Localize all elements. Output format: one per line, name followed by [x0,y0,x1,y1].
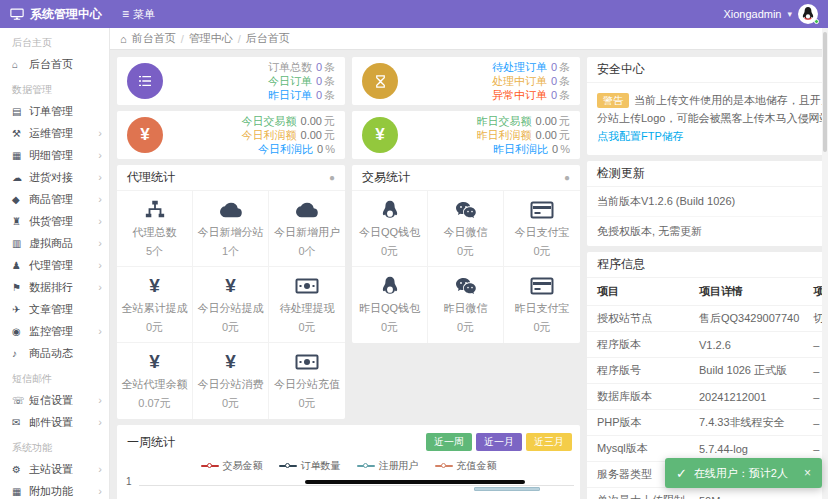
wechat-icon [429,199,502,221]
column-a: 订单总数0条 今日订单0条 昨日订单0条 ¥ 今日交易额0.00元 今日利润额0… [117,57,345,425]
close-icon[interactable]: × [804,466,811,480]
pending-orders-card: 待处理订单0条 处理中订单0条 异常中订单0条 [352,57,580,105]
alipay-today-cell: 今日支付宝 0元 [504,191,580,267]
content: 订单总数0条 今日订单0条 昨日订单0条 ¥ 今日交易额0.00元 今日利润额0… [110,50,828,499]
security-message: 警告当前上传文件使用的是本地储存，且开启了分站上传Logo，可能会被黑客上传木马… [587,83,828,155]
legend-item-recharge-amount[interactable]: 充值金额 [435,459,497,473]
user-menu[interactable]: Xiongadmin ▾ [723,4,828,24]
brand[interactable]: 系统管理中心 [0,6,110,23]
sidebar-item-supply[interactable]: ♜ 供货管理 › [0,210,109,232]
wechat-yesterday-cell: 昨日微信 0元 [428,267,504,343]
legend-item-order-count[interactable]: 订单数量 [279,459,341,473]
qq-wallet-today-cell: 今日QQ钱包 0元 [352,191,428,267]
sidebar-item-ranking[interactable]: ⚑ 数据排行 › [0,276,109,298]
money-bill-icon [270,351,344,373]
brand-title: 系统管理中心 [30,6,102,23]
right-column: 安全中心 ✓ 警告当前上传文件使用的是本地储存，且开启了分站上传Logo，可能会… [587,57,828,499]
breadcrumb-current: 后台首页 [246,31,290,46]
table-row: 授权站节点 售后QQ3429007740 切换 [587,306,828,332]
chevron-right-icon: › [98,215,102,227]
horizontal-scrollbar-thumb[interactable] [305,480,525,484]
update-status-row: 免授权版本, 无需更新 [587,217,828,246]
chart-datazoom-handle[interactable] [474,487,540,491]
qq-icon [353,199,426,221]
sidebar-item-addons[interactable]: ▦ 附加功能 › [0,480,109,499]
chevron-down-icon: ▾ [787,9,792,19]
breadcrumb: ⌂ 前台首页 / 管理中心 / 后台首页 [110,28,828,50]
security-panel: 安全中心 ✓ 警告当前上传文件使用的是本地储存，且开启了分站上传Logo，可能会… [587,57,828,155]
configure-ftp-link[interactable]: 点我配置FTP储存 [597,130,684,142]
hourglass-icon [362,63,398,99]
yen-icon: ¥ [118,275,191,297]
cloud-icon [270,199,344,221]
qq-wallet-yesterday-cell: 昨日QQ钱包 0元 [352,267,428,343]
sidebar-item-virtual[interactable]: ▥ 虚拟商品 › [0,232,109,254]
top-bar: 系统管理中心 ≡ 菜单 Xiongadmin ▾ [0,0,828,28]
program-info-header: 程序信息 ⚙ [587,252,828,278]
orders-summary-card: 订单总数0条 今日订单0条 昨日订单0条 [117,57,345,105]
table-row: 单次最大上传限制 50M – [587,488,828,499]
yen-icon: ¥ [194,351,267,373]
chevron-right-icon: › [98,394,102,406]
sidebar-item-agents[interactable]: ♟ 代理管理 › [0,254,109,276]
sidebar-section-home: 后台主页 [0,28,109,53]
chevron-right-icon: › [98,237,102,249]
range-quarter-button[interactable]: 近三月 [526,433,572,451]
menu-toggle-button[interactable]: ≡ 菜单 [122,7,155,22]
legend-item-trade-amount[interactable]: 交易金额 [201,459,263,473]
chevron-right-icon: › [98,149,102,161]
range-week-button[interactable]: 近一周 [426,433,472,451]
security-header: 安全中心 ✓ [587,57,828,83]
avatar[interactable] [798,4,818,24]
page-scrollbar[interactable] [822,28,828,499]
chevron-right-icon: › [98,127,102,139]
gear-icon: ⚙ [12,464,25,475]
substation-recharge-today-cell: 今日分站充值 0元 [269,343,345,419]
sidebar-item-site[interactable]: ⚙ 主站设置 › [0,458,109,480]
phone-icon: ☏ [12,395,25,406]
sidebar: 后台主页 ⌂ 后台首页 数据管理 ▤ 订单管理 ⚒ 运维管理 › ▦ 明细管理 … [0,28,110,499]
monitor-icon [10,8,24,20]
sidebar-item-orders[interactable]: ▤ 订单管理 [0,100,109,122]
pending-withdrawal-cell: 待处理提现 0元 [269,267,345,343]
trade-stats-header: 交易统计 ● [352,165,580,191]
dot-icon: ● [564,172,570,183]
sitemap-icon: ♟ [12,260,25,271]
sidebar-item-purchase[interactable]: ☁ 进货对接 › [0,166,109,188]
sidebar-item-goods[interactable]: ◆ 商品管理 › [0,188,109,210]
sidebar-item-ops[interactable]: ⚒ 运维管理 › [0,122,109,144]
sidebar-item-mail[interactable]: ✉ 邮件设置 › [0,411,109,433]
total-commission-cell: ¥ 全站累计提成 0元 [117,267,193,343]
yesterday-trade-card: ¥ 昨日交易额0.00元 昨日利润额0.00元 昨日利润比0% [352,111,580,159]
sidebar-item-details[interactable]: ▦ 明细管理 › [0,144,109,166]
sidebar-section-message: 短信邮件 [0,364,109,389]
online-users-toast: ✓ 在线用户：预计2人 × [665,458,822,488]
sidebar-item-articles[interactable]: ✈ 文章管理 [0,298,109,320]
legend-item-registered-users[interactable]: 注册用户 [357,459,419,473]
breadcrumb-home[interactable]: 前台首页 [132,31,176,46]
breadcrumb-section[interactable]: 管理中心 [189,31,233,46]
line-marker-icon [357,465,375,467]
new-users-today-cell: 今日新增用户 0个 [269,191,345,267]
chevron-right-icon: › [98,171,102,183]
yen-icon: ¥ [362,117,398,153]
menu-label: 菜单 [133,7,155,22]
toast-text: 在线用户：预计2人 [694,466,788,481]
main-area: ⌂ 前台首页 / 管理中心 / 后台首页 订单总数0条 [110,28,828,499]
sidebar-item-dynamics[interactable]: ♪ 商品动态 [0,342,109,364]
yesterday-trade-rows: 昨日交易额0.00元 昨日利润额0.00元 昨日利润比0% [398,114,570,156]
chevron-right-icon: › [98,281,102,293]
range-month-button[interactable]: 近一月 [476,433,522,451]
sidebar-item-sms[interactable]: ☏ 短信设置 › [0,389,109,411]
sidebar-item-dashboard[interactable]: ⌂ 后台首页 [0,53,109,75]
table-row: 程序版号 Build 1026 正式版 – [587,358,828,384]
table-row: PHP版本 7.4.33非线程安全 – [587,410,828,436]
sidebar-item-monitor[interactable]: ◉ 监控管理 › [0,320,109,342]
table-row: 程序版本 V1.2.6 – [587,332,828,358]
chevron-right-icon: › [98,325,102,337]
scrollbar-thumb[interactable] [823,32,827,152]
agent-balance-cell: ¥ 全站代理余额 0.07元 [117,343,193,419]
update-check-header: 检测更新 ☑ [587,161,828,187]
chevron-right-icon: › [98,485,102,497]
online-status-dot [814,19,819,24]
